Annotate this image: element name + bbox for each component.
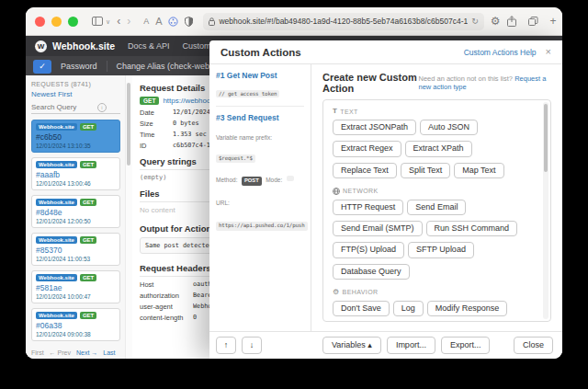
modal-footer: ↑ ↓ Variables ▴ Import... Export... Clos… xyxy=(209,331,562,359)
text-size-increase-button[interactable]: A xyxy=(155,16,162,27)
scrollbar-thumb[interactable] xyxy=(544,104,548,172)
address-bar[interactable]: webhook.site/#!/bab49480-1a9d-4120-88b5-… xyxy=(203,13,483,30)
request-list-item[interactable]: Webhook.site GET #85370 12/01/2024 11:00… xyxy=(31,233,120,266)
webhook-logo-icon: W xyxy=(35,40,47,52)
requests-count-label: REQUESTS (8741) xyxy=(31,81,120,87)
browser-window: ∨ ‹ › A A webhook.site/#!/bab49480-1a9d-… xyxy=(26,7,562,359)
request-id[interactable]: #8d48e xyxy=(36,208,116,217)
method-badge: GET xyxy=(80,161,96,168)
action-type-button[interactable]: HTTP Request xyxy=(333,200,403,215)
request-list-item[interactable]: Webhook.site GET #8d48e 12/01/2024 12:00… xyxy=(31,195,120,228)
extension-icon[interactable] xyxy=(168,17,178,27)
desktop-background: ∨ ‹ › A A webhook.site/#!/bab49480-1a9d-… xyxy=(0,0,588,389)
action-type-button[interactable]: Map Text xyxy=(454,163,503,178)
action-type-button[interactable]: Database Query xyxy=(333,264,410,280)
action-3-title[interactable]: #3 Send Request xyxy=(216,113,304,122)
action-item-1[interactable]: #1 Get New Post // get access token xyxy=(216,71,304,107)
subnav-divider xyxy=(107,61,107,72)
pagination-first[interactable]: First xyxy=(31,349,44,356)
method-post-badge: POST xyxy=(242,177,262,186)
request-list-item[interactable]: Webhook.site GET #06a38 12/01/2024 09:00… xyxy=(31,308,120,341)
request-id[interactable]: #aaafb xyxy=(36,170,116,179)
method-badge: GET xyxy=(140,97,159,105)
extensions-settings-icon[interactable]: ⚙ xyxy=(491,16,501,27)
privacy-shield-icon[interactable] xyxy=(185,17,193,27)
request-list-item[interactable]: Webhook.site GET #aaafb 12/01/2024 13:00… xyxy=(31,157,120,190)
new-tab-icon[interactable]: + xyxy=(550,16,557,27)
request-timestamp: 12/01/2024 11:00:53 xyxy=(36,256,116,262)
action-type-button[interactable]: Run SSH Command xyxy=(426,221,518,236)
move-action-down-button[interactable]: ↓ xyxy=(242,337,262,354)
import-button[interactable]: Import... xyxy=(387,337,435,354)
source-badge: Webhook.site xyxy=(36,161,77,168)
sidebar-toggle-icon[interactable] xyxy=(92,17,103,26)
custom-actions-modal: Custom Actions Custom Actions Help × #1 … xyxy=(209,40,562,359)
request-timestamp: 12/01/2024 12:00:50 xyxy=(36,218,116,224)
close-window-button[interactable] xyxy=(35,17,45,27)
chevron-down-icon[interactable]: ∨ xyxy=(106,18,110,25)
pagination-prev[interactable]: ← Prev xyxy=(50,349,71,356)
action-type-button[interactable]: Don't Save xyxy=(333,301,390,316)
request-timestamp: 12/01/2024 13:10:35 xyxy=(36,143,116,149)
tab-overview-icon[interactable] xyxy=(528,17,538,26)
section-network: NETWORK HTTP RequestSend EmailSend Email… xyxy=(333,188,541,282)
method-badge: GET xyxy=(80,199,96,206)
action-type-button[interactable]: Log xyxy=(393,301,424,316)
url-text: webhook.site/#!/bab49480-1a9d-4120-88b5-… xyxy=(219,17,468,26)
action-item-3[interactable]: #3 Send Request Variable name prefix: $r… xyxy=(216,113,304,242)
search-input[interactable] xyxy=(31,101,97,113)
export-button[interactable]: Export... xyxy=(441,337,491,354)
request-id[interactable]: #85370 xyxy=(36,246,116,255)
scrollbar-thumb[interactable] xyxy=(127,83,130,166)
action-type-button[interactable]: Modify Response xyxy=(427,301,508,316)
zoom-window-button[interactable] xyxy=(68,17,78,27)
method-badge: GET xyxy=(80,274,96,281)
action-type-button[interactable]: Extract XPath xyxy=(405,141,472,156)
share-icon[interactable] xyxy=(507,16,516,27)
mode-value-chip xyxy=(287,176,294,181)
nav-docs-api[interactable]: Docs & API xyxy=(128,41,170,51)
variables-dropdown-button[interactable]: Variables ▴ xyxy=(322,337,381,354)
request-id[interactable]: #06a38 xyxy=(36,321,116,330)
reload-icon[interactable]: ↻ xyxy=(471,17,479,26)
actions-list: #1 Get New Post // get access token #3 S… xyxy=(209,64,311,331)
password-button[interactable]: Password xyxy=(61,62,97,71)
forward-button[interactable]: › xyxy=(127,16,130,27)
custom-actions-help-link[interactable]: Custom Actions Help xyxy=(464,48,537,57)
action-type-button[interactable]: Split Text xyxy=(401,163,450,178)
close-button[interactable]: Close xyxy=(514,337,553,354)
action-type-button[interactable]: Extract JSONPath xyxy=(333,120,416,135)
request-list-item[interactable]: Webhook.site GET #581ae 12/01/2024 10:00… xyxy=(31,270,120,303)
minimize-window-button[interactable] xyxy=(51,17,62,27)
action-1-title[interactable]: #1 Get New Post xyxy=(216,71,304,80)
request-timestamp: 12/01/2024 13:00:46 xyxy=(36,180,116,187)
sidebar-scrollbar[interactable] xyxy=(125,75,132,359)
search-box: i xyxy=(31,101,120,114)
request-id[interactable]: #581ae xyxy=(36,283,116,292)
method-badge: GET xyxy=(80,312,96,319)
gear-icon: ⚙ xyxy=(333,289,340,296)
request-timestamp: 12/01/2024 09:00:38 xyxy=(36,331,116,338)
sort-order-link[interactable]: Newest First xyxy=(31,90,120,98)
action-type-button[interactable]: Replace Text xyxy=(333,163,397,178)
search-info-icon[interactable]: i xyxy=(97,103,107,112)
action-type-button[interactable]: Extract Regex xyxy=(333,141,401,156)
action-type-button[interactable]: Send Email (SMTP) xyxy=(333,221,423,236)
action-type-button[interactable]: Send Email xyxy=(407,200,466,215)
request-id[interactable]: #c6b50 xyxy=(36,132,116,142)
back-button[interactable]: ‹ xyxy=(117,16,120,27)
lock-icon xyxy=(209,17,215,26)
panel-scrollbar[interactable] xyxy=(543,102,548,319)
status-check-button[interactable]: ✓ xyxy=(33,60,51,74)
move-action-up-button[interactable]: ↑ xyxy=(216,337,236,354)
action-type-button[interactable]: FTP(S) Upload xyxy=(333,242,404,257)
close-icon[interactable]: × xyxy=(546,47,551,57)
section-behavior: ⚙BEHAVIOR Don't SaveLogModify ResponseRa… xyxy=(333,289,541,322)
pagination-next[interactable]: Next → xyxy=(76,349,97,356)
action-type-button[interactable]: Auto JSON xyxy=(420,120,478,135)
brand-title[interactable]: Webhook.site xyxy=(52,40,115,51)
text-size-decrease-button[interactable]: A xyxy=(143,17,149,26)
pagination-last[interactable]: Last xyxy=(103,349,115,356)
action-type-button[interactable]: SFTP Upload xyxy=(408,242,474,257)
request-list-item[interactable]: Webhook.site GET #c6b50 12/01/2024 13:10… xyxy=(31,120,120,153)
